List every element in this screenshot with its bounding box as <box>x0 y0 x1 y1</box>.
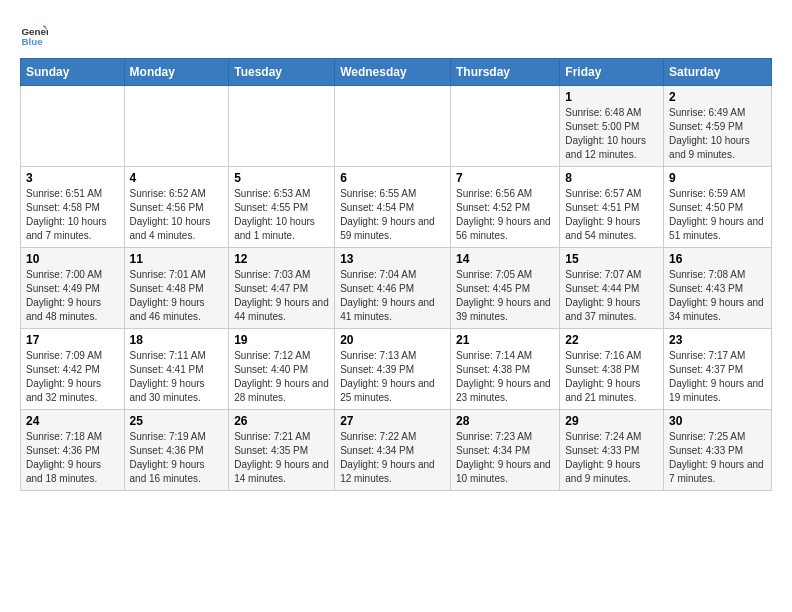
calendar-cell: 23Sunrise: 7:17 AM Sunset: 4:37 PM Dayli… <box>664 329 772 410</box>
calendar-cell: 14Sunrise: 7:05 AM Sunset: 4:45 PM Dayli… <box>451 248 560 329</box>
weekday-header: Saturday <box>664 59 772 86</box>
day-info: Sunrise: 7:12 AM Sunset: 4:40 PM Dayligh… <box>234 349 329 405</box>
calendar-cell: 24Sunrise: 7:18 AM Sunset: 4:36 PM Dayli… <box>21 410 125 491</box>
day-info: Sunrise: 6:57 AM Sunset: 4:51 PM Dayligh… <box>565 187 658 243</box>
day-number: 2 <box>669 90 766 104</box>
day-number: 4 <box>130 171 224 185</box>
day-number: 30 <box>669 414 766 428</box>
weekday-header: Friday <box>560 59 664 86</box>
weekday-header: Tuesday <box>229 59 335 86</box>
calendar-cell: 7Sunrise: 6:56 AM Sunset: 4:52 PM Daylig… <box>451 167 560 248</box>
day-info: Sunrise: 7:00 AM Sunset: 4:49 PM Dayligh… <box>26 268 119 324</box>
calendar-cell: 22Sunrise: 7:16 AM Sunset: 4:38 PM Dayli… <box>560 329 664 410</box>
day-number: 15 <box>565 252 658 266</box>
day-number: 20 <box>340 333 445 347</box>
calendar-cell: 30Sunrise: 7:25 AM Sunset: 4:33 PM Dayli… <box>664 410 772 491</box>
calendar-cell: 16Sunrise: 7:08 AM Sunset: 4:43 PM Dayli… <box>664 248 772 329</box>
calendar-cell: 26Sunrise: 7:21 AM Sunset: 4:35 PM Dayli… <box>229 410 335 491</box>
day-info: Sunrise: 6:53 AM Sunset: 4:55 PM Dayligh… <box>234 187 329 243</box>
day-number: 29 <box>565 414 658 428</box>
calendar-cell: 20Sunrise: 7:13 AM Sunset: 4:39 PM Dayli… <box>335 329 451 410</box>
day-number: 18 <box>130 333 224 347</box>
calendar-cell: 5Sunrise: 6:53 AM Sunset: 4:55 PM Daylig… <box>229 167 335 248</box>
header-row: SundayMondayTuesdayWednesdayThursdayFrid… <box>21 59 772 86</box>
day-number: 16 <box>669 252 766 266</box>
day-number: 5 <box>234 171 329 185</box>
calendar-cell: 28Sunrise: 7:23 AM Sunset: 4:34 PM Dayli… <box>451 410 560 491</box>
day-info: Sunrise: 6:59 AM Sunset: 4:50 PM Dayligh… <box>669 187 766 243</box>
day-info: Sunrise: 7:03 AM Sunset: 4:47 PM Dayligh… <box>234 268 329 324</box>
day-number: 12 <box>234 252 329 266</box>
calendar-cell: 8Sunrise: 6:57 AM Sunset: 4:51 PM Daylig… <box>560 167 664 248</box>
calendar-cell: 3Sunrise: 6:51 AM Sunset: 4:58 PM Daylig… <box>21 167 125 248</box>
day-number: 3 <box>26 171 119 185</box>
day-info: Sunrise: 6:48 AM Sunset: 5:00 PM Dayligh… <box>565 106 658 162</box>
day-info: Sunrise: 7:11 AM Sunset: 4:41 PM Dayligh… <box>130 349 224 405</box>
day-info: Sunrise: 7:19 AM Sunset: 4:36 PM Dayligh… <box>130 430 224 486</box>
day-number: 10 <box>26 252 119 266</box>
calendar-cell: 29Sunrise: 7:24 AM Sunset: 4:33 PM Dayli… <box>560 410 664 491</box>
day-info: Sunrise: 6:52 AM Sunset: 4:56 PM Dayligh… <box>130 187 224 243</box>
day-info: Sunrise: 7:25 AM Sunset: 4:33 PM Dayligh… <box>669 430 766 486</box>
calendar-week-row: 10Sunrise: 7:00 AM Sunset: 4:49 PM Dayli… <box>21 248 772 329</box>
day-info: Sunrise: 7:04 AM Sunset: 4:46 PM Dayligh… <box>340 268 445 324</box>
day-number: 14 <box>456 252 554 266</box>
day-info: Sunrise: 7:22 AM Sunset: 4:34 PM Dayligh… <box>340 430 445 486</box>
calendar-cell: 25Sunrise: 7:19 AM Sunset: 4:36 PM Dayli… <box>124 410 229 491</box>
day-number: 11 <box>130 252 224 266</box>
day-info: Sunrise: 7:01 AM Sunset: 4:48 PM Dayligh… <box>130 268 224 324</box>
day-info: Sunrise: 7:14 AM Sunset: 4:38 PM Dayligh… <box>456 349 554 405</box>
weekday-header: Monday <box>124 59 229 86</box>
day-info: Sunrise: 6:51 AM Sunset: 4:58 PM Dayligh… <box>26 187 119 243</box>
logo: General Blue <box>20 20 52 48</box>
day-number: 26 <box>234 414 329 428</box>
calendar-cell <box>229 86 335 167</box>
day-info: Sunrise: 7:23 AM Sunset: 4:34 PM Dayligh… <box>456 430 554 486</box>
day-number: 1 <box>565 90 658 104</box>
day-number: 27 <box>340 414 445 428</box>
day-number: 7 <box>456 171 554 185</box>
day-number: 6 <box>340 171 445 185</box>
day-info: Sunrise: 7:21 AM Sunset: 4:35 PM Dayligh… <box>234 430 329 486</box>
weekday-header: Thursday <box>451 59 560 86</box>
calendar-week-row: 3Sunrise: 6:51 AM Sunset: 4:58 PM Daylig… <box>21 167 772 248</box>
calendar-week-row: 1Sunrise: 6:48 AM Sunset: 5:00 PM Daylig… <box>21 86 772 167</box>
header: General Blue <box>20 20 772 48</box>
calendar-cell: 4Sunrise: 6:52 AM Sunset: 4:56 PM Daylig… <box>124 167 229 248</box>
calendar-cell: 12Sunrise: 7:03 AM Sunset: 4:47 PM Dayli… <box>229 248 335 329</box>
calendar-cell: 17Sunrise: 7:09 AM Sunset: 4:42 PM Dayli… <box>21 329 125 410</box>
calendar-cell <box>124 86 229 167</box>
calendar-cell <box>451 86 560 167</box>
day-number: 8 <box>565 171 658 185</box>
calendar-table: SundayMondayTuesdayWednesdayThursdayFrid… <box>20 58 772 491</box>
day-info: Sunrise: 6:55 AM Sunset: 4:54 PM Dayligh… <box>340 187 445 243</box>
calendar-week-row: 17Sunrise: 7:09 AM Sunset: 4:42 PM Dayli… <box>21 329 772 410</box>
day-number: 13 <box>340 252 445 266</box>
day-number: 19 <box>234 333 329 347</box>
calendar-cell: 19Sunrise: 7:12 AM Sunset: 4:40 PM Dayli… <box>229 329 335 410</box>
day-info: Sunrise: 6:49 AM Sunset: 4:59 PM Dayligh… <box>669 106 766 162</box>
calendar-cell: 9Sunrise: 6:59 AM Sunset: 4:50 PM Daylig… <box>664 167 772 248</box>
day-info: Sunrise: 7:17 AM Sunset: 4:37 PM Dayligh… <box>669 349 766 405</box>
calendar-header: SundayMondayTuesdayWednesdayThursdayFrid… <box>21 59 772 86</box>
calendar-cell: 10Sunrise: 7:00 AM Sunset: 4:49 PM Dayli… <box>21 248 125 329</box>
day-number: 28 <box>456 414 554 428</box>
calendar-cell: 6Sunrise: 6:55 AM Sunset: 4:54 PM Daylig… <box>335 167 451 248</box>
day-number: 22 <box>565 333 658 347</box>
calendar-cell: 13Sunrise: 7:04 AM Sunset: 4:46 PM Dayli… <box>335 248 451 329</box>
weekday-header: Wednesday <box>335 59 451 86</box>
calendar-cell: 11Sunrise: 7:01 AM Sunset: 4:48 PM Dayli… <box>124 248 229 329</box>
day-info: Sunrise: 7:09 AM Sunset: 4:42 PM Dayligh… <box>26 349 119 405</box>
day-info: Sunrise: 7:18 AM Sunset: 4:36 PM Dayligh… <box>26 430 119 486</box>
calendar-week-row: 24Sunrise: 7:18 AM Sunset: 4:36 PM Dayli… <box>21 410 772 491</box>
day-number: 24 <box>26 414 119 428</box>
calendar-cell <box>335 86 451 167</box>
calendar-cell <box>21 86 125 167</box>
calendar-cell: 18Sunrise: 7:11 AM Sunset: 4:41 PM Dayli… <box>124 329 229 410</box>
day-number: 17 <box>26 333 119 347</box>
day-number: 9 <box>669 171 766 185</box>
day-info: Sunrise: 7:08 AM Sunset: 4:43 PM Dayligh… <box>669 268 766 324</box>
day-number: 25 <box>130 414 224 428</box>
day-info: Sunrise: 7:24 AM Sunset: 4:33 PM Dayligh… <box>565 430 658 486</box>
calendar-cell: 2Sunrise: 6:49 AM Sunset: 4:59 PM Daylig… <box>664 86 772 167</box>
